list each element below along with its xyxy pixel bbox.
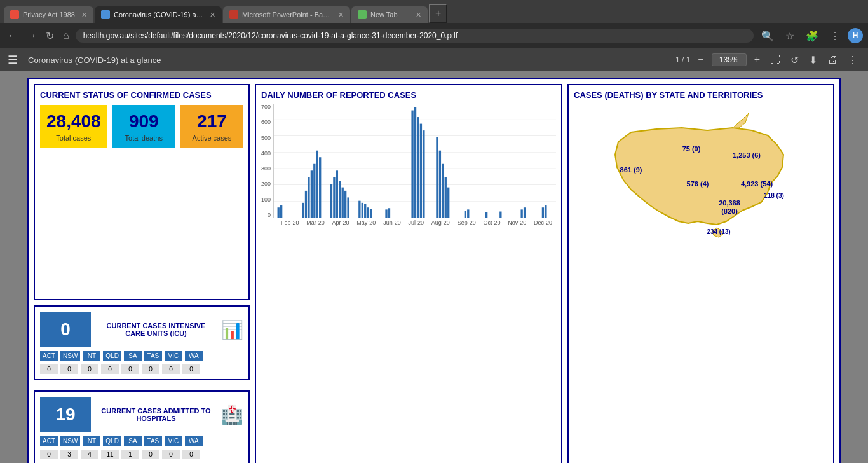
state-nt: NT <box>83 351 100 361</box>
print-button[interactable]: 🖨 <box>825 53 840 67</box>
address-input[interactable] <box>76 29 754 43</box>
icu-nt-val: 0 <box>81 364 98 374</box>
home-button[interactable]: ⌂ <box>60 29 72 43</box>
icu-icon: 📊 <box>221 319 243 340</box>
y-700: 700 <box>261 104 271 110</box>
svg-rect-26 <box>367 207 369 218</box>
stat-boxes: 28,408 Total cases 909 Total deaths 217 … <box>40 105 243 148</box>
x-sep: Sep-20 <box>458 219 476 226</box>
state-act: ACT <box>40 351 58 361</box>
settings-icon[interactable]: ⋮ <box>826 29 844 43</box>
daily-chart-area: 700 600 500 400 300 200 100 0 <box>261 104 556 218</box>
state-nsw: NSW <box>60 351 80 361</box>
hosp-qld-val: 11 <box>101 450 119 459</box>
svg-rect-9 <box>302 203 304 218</box>
daily-chart-svg <box>274 104 556 218</box>
icu-panel: 0 CURRENT CASES INTENSIVE CARE UNITS (IC… <box>34 305 250 380</box>
hospital-icon: 🏥 <box>221 404 243 425</box>
fit-page-button[interactable]: ⛶ <box>768 53 783 67</box>
tab-covid[interactable]: Coronavirus (COVID-19) at a gla... ✕ <box>95 6 222 23</box>
svg-rect-30 <box>411 111 413 218</box>
svg-rect-11 <box>308 177 309 218</box>
hosp-act-val: 0 <box>40 450 58 459</box>
x-feb: Feb-20 <box>281 219 299 226</box>
icu-label: CURRENT CASES INTENSIVE CARE UNITS (ICU) <box>96 322 216 337</box>
state-qld: QLD <box>103 351 121 361</box>
tab-close-ppt[interactable]: ✕ <box>338 11 344 19</box>
back-button[interactable]: ← <box>5 29 20 43</box>
svg-rect-7 <box>278 207 280 218</box>
svg-rect-46 <box>542 207 544 218</box>
zoom-out-button[interactable]: − <box>695 53 706 67</box>
tab-close-new[interactable]: ✕ <box>416 11 421 19</box>
new-tab-button[interactable]: + <box>429 4 447 23</box>
australia-svg: 861 (9) 576 (4) 75 (0) 1,253 (6) 4,923 (… <box>574 104 828 244</box>
extensions-icon[interactable]: 🧩 <box>802 29 822 43</box>
y-400: 400 <box>261 150 271 156</box>
tab-favicon <box>10 10 19 19</box>
y-300: 300 <box>261 165 271 172</box>
y-200: 200 <box>261 181 271 187</box>
svg-rect-33 <box>420 124 422 218</box>
hosp-wa-val: 0 <box>182 450 200 459</box>
hosp-label: CURRENT CASES ADMITTED TO HOSPITALS <box>96 407 216 422</box>
reload-button[interactable]: ↻ <box>43 29 57 43</box>
hosp-state-tas: TAS <box>144 436 162 446</box>
svg-rect-10 <box>305 191 307 218</box>
download-button[interactable]: ⬇ <box>806 53 820 67</box>
x-axis-labels: Feb-20 Mar-20 Apr-20 May-20 Jun-20 Jul-2… <box>261 219 556 226</box>
svg-rect-13 <box>313 164 315 218</box>
svg-rect-47 <box>545 205 546 218</box>
search-icon[interactable]: 🔍 <box>757 29 778 43</box>
svg-rect-43 <box>499 212 501 218</box>
active-cases-label: Active cases <box>187 134 237 142</box>
active-cases-number: 217 <box>187 111 237 132</box>
zoom-in-button[interactable]: + <box>752 53 763 67</box>
svg-rect-36 <box>439 151 441 218</box>
nt-label: 75 (0) <box>682 145 701 153</box>
vic-label: 20,368 <box>719 199 740 207</box>
map-title: CASES (DEATHS) BY STATE AND TERRITORIES <box>574 90 828 100</box>
svg-rect-28 <box>385 209 387 218</box>
svg-rect-41 <box>467 209 469 218</box>
hosp-tas-val: 0 <box>142 450 159 459</box>
x-may: May-20 <box>356 219 376 226</box>
svg-rect-12 <box>311 170 313 218</box>
tab-close-privacy[interactable]: ✕ <box>81 11 87 19</box>
state-wa: WA <box>185 351 203 361</box>
tab-close-covid[interactable]: ✕ <box>210 11 215 19</box>
total-cases-label: Total cases <box>46 134 101 142</box>
daily-chart-title: DAILY NUMBER OF REPORTED CASES <box>261 90 556 100</box>
x-oct: Oct-20 <box>483 219 500 226</box>
tab-title-covid: Coronavirus (COVID-19) at a gla... <box>114 11 203 18</box>
zoom-input[interactable] <box>712 53 747 66</box>
pdf-content: CURRENT STATUS OF CONFIRMED CASES 28,408… <box>0 71 868 463</box>
tab-newtab[interactable]: New Tab ✕ <box>351 6 428 23</box>
status-panel: CURRENT STATUS OF CONFIRMED CASES 28,408… <box>34 84 250 300</box>
nsw-label: 4,923 (54) <box>741 180 773 188</box>
rotate-button[interactable]: ↺ <box>788 53 801 67</box>
y-0: 0 <box>268 212 271 218</box>
tab-title-new: New Tab <box>370 11 409 18</box>
forward-button[interactable]: → <box>24 29 39 43</box>
hosp-vic-val: 0 <box>162 450 180 459</box>
map-panel: CASES (DEATHS) BY STATE AND TERRITORIES … <box>567 84 834 463</box>
tab-privacy-act[interactable]: Privacy Act 1988 ✕ <box>4 6 93 23</box>
hosp-state-row: ACT NSW NT QLD SA TAS VIC WA <box>40 436 243 446</box>
state-sa: SA <box>124 351 142 361</box>
bookmark-icon[interactable]: ☆ <box>782 29 798 43</box>
icu-state-row: ACT NSW NT QLD SA TAS VIC WA <box>40 351 243 361</box>
tab-favicon-new <box>358 10 367 19</box>
hosp-nsw-val: 3 <box>60 450 78 459</box>
tab-bar: Privacy Act 1988 ✕ Coronavirus (COVID-19… <box>0 0 868 23</box>
sidebar-toggle-icon[interactable]: ☰ <box>8 53 18 67</box>
profile-button[interactable]: H <box>848 28 863 43</box>
browser-chrome: Privacy Act 1988 ✕ Coronavirus (COVID-19… <box>0 0 868 48</box>
svg-rect-44 <box>521 209 523 218</box>
pdf-page-indicator: 1 / 1 <box>675 55 690 64</box>
more-button[interactable]: ⋮ <box>845 53 860 67</box>
svg-rect-27 <box>370 209 372 218</box>
hosp-state-vic: VIC <box>165 436 182 446</box>
x-apr: Apr-20 <box>332 219 349 226</box>
tab-powerpoint[interactable]: Microsoft PowerPoint - Barr ISG ✕ <box>223 6 350 23</box>
